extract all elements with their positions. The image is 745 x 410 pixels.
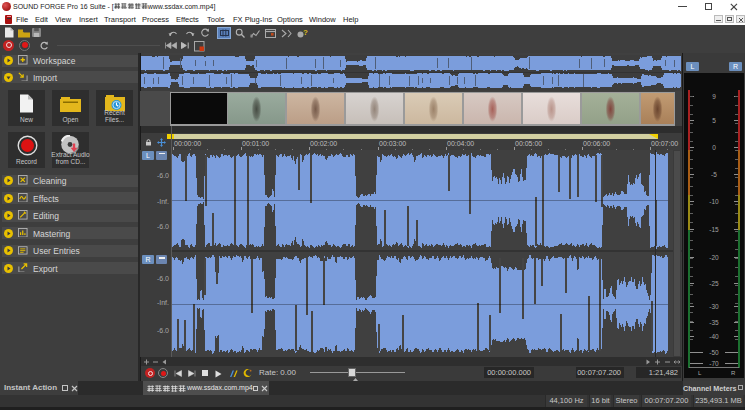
svg-text:00:05:00: 00:05:00 (515, 140, 542, 147)
svg-text:-5: -5 (711, 171, 717, 178)
svg-text:-10: -10 (709, 198, 719, 205)
svg-text:00:02:00: 00:02:00 (310, 140, 337, 147)
svg-text:00:00:00: 00:00:00 (174, 140, 201, 147)
svg-text:0: 0 (712, 144, 716, 151)
svg-text:00:01:00: 00:01:00 (242, 140, 269, 147)
svg-text:-25: -25 (709, 280, 719, 287)
svg-text:-35: -35 (709, 319, 719, 326)
svg-text:00:03:00: 00:03:00 (379, 140, 406, 147)
svg-text:?: ? (303, 28, 308, 37)
svg-text:00:07:00: 00:07:00 (651, 140, 678, 147)
svg-text:00:04:00: 00:04:00 (447, 140, 474, 147)
svg-text:R: R (731, 370, 736, 376)
svg-text:-15: -15 (709, 226, 719, 233)
svg-text:-30: -30 (709, 303, 719, 310)
svg-text:-40: -40 (709, 333, 719, 340)
svg-text:-50: -50 (709, 349, 719, 356)
svg-text:00:06:00: 00:06:00 (583, 140, 610, 147)
svg-text:9: 9 (712, 93, 716, 100)
svg-text:5: 5 (712, 117, 716, 124)
svg-text:-70: -70 (709, 360, 719, 367)
svg-text:-20: -20 (709, 254, 719, 261)
